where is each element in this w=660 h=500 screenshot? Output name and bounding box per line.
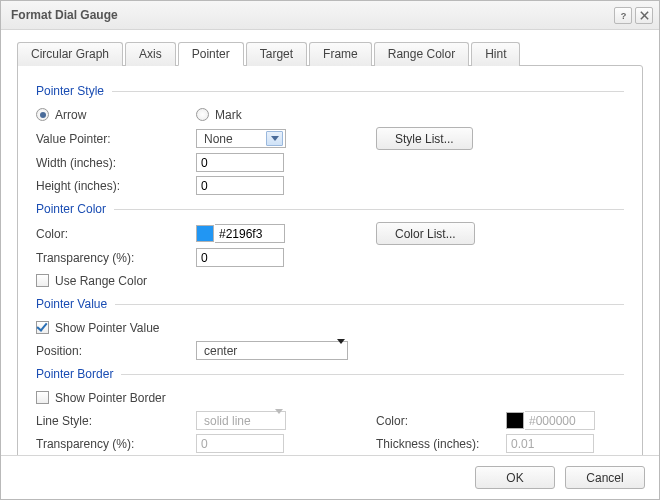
border-color-swatch[interactable]	[506, 412, 524, 429]
show-pointer-border-label: Show Pointer Border	[55, 391, 166, 405]
radio-mark-label: Mark	[215, 108, 242, 122]
format-dial-gauge-dialog: Format Dial Gauge ? Circular Graph Axis …	[0, 0, 660, 500]
chevron-down-icon	[266, 131, 283, 146]
dialog-footer: OK Cancel	[1, 455, 659, 499]
tab-axis[interactable]: Axis	[125, 42, 176, 66]
pointer-color-input[interactable]	[215, 224, 285, 243]
tab-target[interactable]: Target	[246, 42, 307, 66]
line-style-label: Line Style:	[36, 414, 196, 428]
cancel-button[interactable]: Cancel	[565, 466, 645, 489]
value-pointer-select[interactable]: None	[196, 129, 286, 148]
width-input[interactable]	[196, 153, 284, 172]
position-label: Position:	[36, 344, 196, 358]
radio-mark[interactable]	[196, 108, 209, 121]
radio-arrow-label: Arrow	[55, 108, 86, 122]
use-range-color-label: Use Range Color	[55, 274, 147, 288]
show-pointer-border-check[interactable]	[36, 391, 49, 404]
height-label: Height (inches):	[36, 179, 196, 193]
tab-circular-graph[interactable]: Circular Graph	[17, 42, 123, 66]
tabstrip: Circular Graph Axis Pointer Target Frame…	[17, 41, 643, 65]
border-color-input[interactable]	[525, 411, 595, 430]
color-label: Color:	[36, 227, 196, 241]
line-style-select[interactable]: solid line	[196, 411, 286, 430]
style-list-button[interactable]: Style List...	[376, 127, 473, 150]
thickness-input[interactable]	[506, 434, 594, 453]
group-pointer-value: Pointer Value	[36, 297, 624, 311]
value-pointer-label: Value Pointer:	[36, 132, 196, 146]
border-color-label: Color:	[376, 414, 506, 428]
tab-panel-pointer: Pointer Style Arrow Mark Value Pointer:	[17, 65, 643, 455]
tab-range-color[interactable]: Range Color	[374, 42, 469, 66]
help-button[interactable]: ?	[614, 7, 632, 24]
transparency-input[interactable]	[196, 248, 284, 267]
show-pointer-value-label: Show Pointer Value	[55, 321, 160, 335]
tab-pointer[interactable]: Pointer	[178, 42, 244, 66]
use-range-color-check[interactable]	[36, 274, 49, 287]
border-transparency-label: Transparency (%):	[36, 437, 196, 451]
close-button[interactable]	[635, 7, 653, 24]
window-title: Format Dial Gauge	[11, 8, 118, 22]
border-transparency-input[interactable]	[196, 434, 284, 453]
content-area: Circular Graph Axis Pointer Target Frame…	[1, 30, 659, 455]
width-label: Width (inches):	[36, 156, 196, 170]
group-pointer-border: Pointer Border	[36, 367, 624, 381]
transparency-label: Transparency (%):	[36, 251, 196, 265]
color-list-button[interactable]: Color List...	[376, 222, 475, 245]
position-select[interactable]: center	[196, 341, 348, 360]
tabs: Circular Graph Axis Pointer Target Frame…	[17, 41, 643, 455]
radio-arrow[interactable]	[36, 108, 49, 121]
tab-hint[interactable]: Hint	[471, 42, 520, 66]
group-pointer-style: Pointer Style	[36, 84, 624, 98]
tab-frame[interactable]: Frame	[309, 42, 372, 66]
height-input[interactable]	[196, 176, 284, 195]
group-pointer-color: Pointer Color	[36, 202, 624, 216]
titlebar: Format Dial Gauge ?	[1, 1, 659, 30]
svg-text:?: ?	[620, 11, 626, 21]
thickness-label: Thickness (inches):	[376, 437, 506, 451]
chevron-down-icon	[275, 414, 283, 428]
show-pointer-value-check[interactable]	[36, 321, 49, 334]
chevron-down-icon	[337, 344, 345, 358]
pointer-color-swatch[interactable]	[196, 225, 214, 242]
ok-button[interactable]: OK	[475, 466, 555, 489]
